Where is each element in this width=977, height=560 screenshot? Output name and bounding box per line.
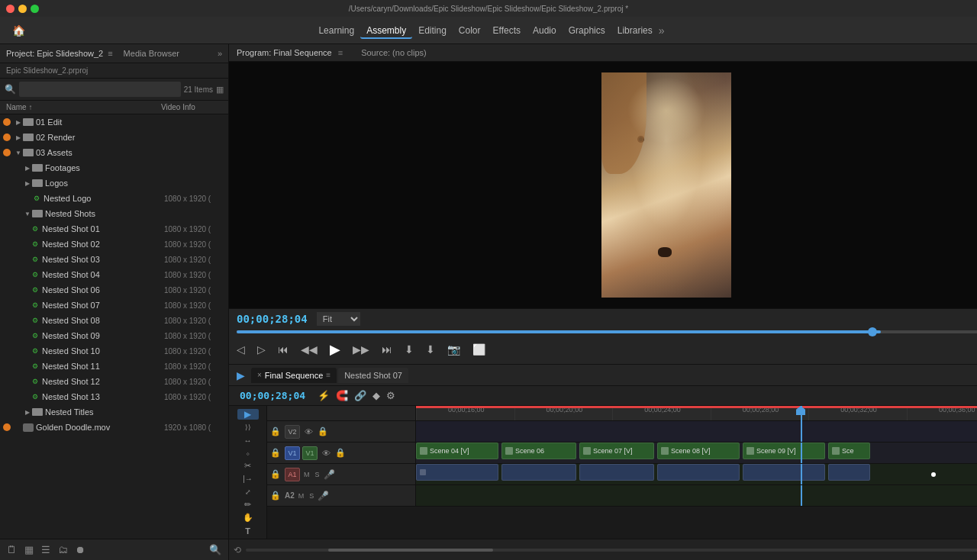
rate-stretch-tool[interactable]: ⬦ <box>237 449 259 459</box>
ripple-tool[interactable]: ⟩⟩ <box>237 423 259 433</box>
track-v1-label-btn[interactable]: V1 <box>285 446 300 460</box>
icon-view-button[interactable]: ▦ <box>22 542 36 557</box>
list-view-button[interactable]: ☰ <box>39 542 53 557</box>
track-v1-sync-lock[interactable]: 🔒 <box>270 448 282 458</box>
clip-scene06[interactable]: Scene 06 <box>501 443 576 459</box>
timeline-tool-marker[interactable]: ◆ <box>372 390 380 401</box>
timeline-tab-nested-shot[interactable]: Nested Shot 07 <box>338 368 408 383</box>
track-v1-active-btn[interactable]: V1 <box>302 446 318 460</box>
go-to-in-button[interactable]: ⏮ <box>275 342 292 357</box>
timeline-zoom-out[interactable]: ⟲ <box>234 545 241 555</box>
hand-tool[interactable]: ✋ <box>237 513 259 523</box>
track-v1-lock-icon[interactable]: 🔒 <box>334 447 347 459</box>
go-to-out-button[interactable]: ⏭ <box>379 342 395 357</box>
clip-scene09[interactable]: Scene 09 [V] <box>743 443 825 459</box>
menu-graphics[interactable]: Graphics <box>563 22 611 39</box>
timeline-timecode[interactable]: 00;00;28;04 <box>234 388 311 404</box>
playhead-handle[interactable] <box>868 327 877 336</box>
list-item[interactable]: ⚙ Nested Shot 12 1080 x 1920 ( <box>0 374 228 389</box>
menu-learning[interactable]: Learning <box>312 22 360 39</box>
selection-tool[interactable]: ▶ <box>237 409 259 420</box>
list-item[interactable]: ▶ 01 Edit <box>0 114 228 130</box>
list-item[interactable]: ⚙ Nested Shot 02 1080 x 1920 ( <box>0 237 228 252</box>
program-monitor-menu[interactable]: ≡ <box>338 48 343 57</box>
timeline-ruler[interactable]: 00;00;16;00 00;00;20;00 00;00;24;00 00;0… <box>416 406 977 421</box>
menu-effects[interactable]: Effects <box>487 22 527 39</box>
list-item[interactable]: ▼ 03 Assets <box>0 145 228 160</box>
track-v2-sync-lock[interactable]: 🔒 <box>270 426 282 436</box>
audio-clip-3[interactable] <box>579 464 654 481</box>
media-browser-tab[interactable]: Media Browser <box>124 49 179 58</box>
fit-dropdown[interactable]: Fit 25% 50% 100% <box>317 312 360 326</box>
track-v2-eye-icon[interactable]: 👁 <box>302 426 314 438</box>
menu-libraries[interactable]: Libraries <box>611 22 659 39</box>
toggle-arrow[interactable]: ▶ <box>23 407 32 417</box>
home-button[interactable]: 🏠 <box>12 24 25 37</box>
step-fwd-button[interactable]: ▶▶ <box>350 342 372 357</box>
list-item[interactable]: ⚙ Nested Shot 13 1080 x 1920 ( <box>0 389 228 404</box>
track-a2-sync-lock[interactable]: 🔒 <box>270 491 282 500</box>
menu-color[interactable]: Color <box>453 22 487 39</box>
clip-scene04[interactable]: Scene 04 [V] <box>416 443 498 459</box>
audio-clip-1[interactable] <box>416 464 498 481</box>
track-select-tool[interactable]: |→ <box>237 474 259 484</box>
audio-clip-6[interactable] <box>828 464 870 481</box>
list-item[interactable]: ⚙ Nested Shot 10 1080 x 1920 ( <box>0 343 228 359</box>
track-a1-mute[interactable]: M <box>302 471 311 478</box>
search-input[interactable] <box>19 82 181 97</box>
track-v2-lock-icon[interactable]: 🔒 <box>317 426 329 438</box>
list-item[interactable]: ▶ Nested Titles <box>0 404 228 420</box>
track-v2-label-btn[interactable]: V2 <box>285 425 300 439</box>
close-button[interactable] <box>6 5 15 13</box>
menu-more-icon[interactable]: » <box>659 24 665 37</box>
find-button[interactable]: 🔍 <box>207 542 224 557</box>
list-item[interactable]: ⚙ Nested Logo 1080 x 1920 ( <box>0 191 228 206</box>
mark-out-button[interactable]: ▷ <box>254 342 269 357</box>
list-item[interactable]: ⚙ Nested Shot 03 1080 x 1920 ( <box>0 252 228 267</box>
menu-assembly[interactable]: Assembly <box>360 22 412 39</box>
list-item[interactable]: ⚙ Nested Shot 06 1080 x 1920 ( <box>0 282 228 298</box>
audio-clip-5[interactable] <box>743 464 825 481</box>
slip-tool[interactable]: ⤢ <box>237 487 259 497</box>
audio-clip-2[interactable] <box>501 464 576 481</box>
toggle-arrow[interactable]: ▼ <box>14 148 23 157</box>
track-a1-solo[interactable]: S <box>314 471 321 478</box>
track-v1-eye-icon[interactable]: 👁 <box>320 447 332 459</box>
list-item[interactable]: ▶ Footages <box>0 160 228 175</box>
razor-tool[interactable]: ✂ <box>237 461 259 471</box>
program-progress-bar[interactable] <box>229 329 977 335</box>
list-item[interactable]: ⚙ Nested Shot 07 1080 x 1920 ( <box>0 298 228 313</box>
toggle-arrow[interactable]: ▼ <box>23 209 32 218</box>
tab-menu-icon[interactable]: ≡ <box>326 371 331 379</box>
toggle-arrow[interactable]: ▶ <box>14 133 23 142</box>
timeline-select-button[interactable]: ▶ <box>237 369 245 381</box>
freeform-view-button[interactable]: 🗂 <box>56 542 70 557</box>
timeline-tab-final-sequence[interactable]: × Final Sequence ≡ <box>251 368 337 383</box>
toggle-arrow[interactable]: ▶ <box>14 117 23 127</box>
timeline-tool-link[interactable]: 🔗 <box>354 390 366 401</box>
toggle-arrow[interactable]: ▶ <box>23 163 32 172</box>
type-tool[interactable]: T <box>237 526 259 536</box>
list-item[interactable]: ▶ Logos <box>0 175 228 191</box>
new-item-button[interactable]: 🗒 <box>5 542 19 557</box>
track-a1-sync-lock[interactable]: 🔒 <box>270 469 282 479</box>
camera-button[interactable]: 📷 <box>444 342 463 357</box>
toggle-arrow[interactable]: ▶ <box>23 179 32 188</box>
list-item[interactable]: ▼ Nested Shots <box>0 206 228 221</box>
mark-in-button[interactable]: ◁ <box>234 342 248 357</box>
list-item[interactable]: ⚙ Nested Shot 08 1080 x 1920 ( <box>0 313 228 328</box>
track-a2-mute[interactable]: M <box>297 492 306 500</box>
menu-audio[interactable]: Audio <box>527 22 563 39</box>
clip-scene08[interactable]: Scene 08 [V] <box>657 443 740 459</box>
pen-tool[interactable]: ✏ <box>237 500 259 510</box>
list-item[interactable]: Golden Doodle.mov 1920 x 1080 ( <box>0 420 228 435</box>
list-item[interactable]: ⚙ Nested Shot 09 1080 x 1920 ( <box>0 328 228 343</box>
list-item[interactable]: ⚙ Nested Shot 01 1080 x 1920 ( <box>0 221 228 237</box>
timeline-tool-snap[interactable]: 🧲 <box>336 390 348 401</box>
insert-button[interactable]: ⬇ <box>401 342 417 357</box>
track-a1-mic-icon[interactable]: 🎤 <box>324 469 335 480</box>
timeline-zoom-bar[interactable] <box>328 549 493 552</box>
autom-button[interactable]: ⏺ <box>73 542 88 557</box>
minimize-button[interactable] <box>18 5 27 13</box>
play-button[interactable]: ▶ <box>327 340 343 359</box>
